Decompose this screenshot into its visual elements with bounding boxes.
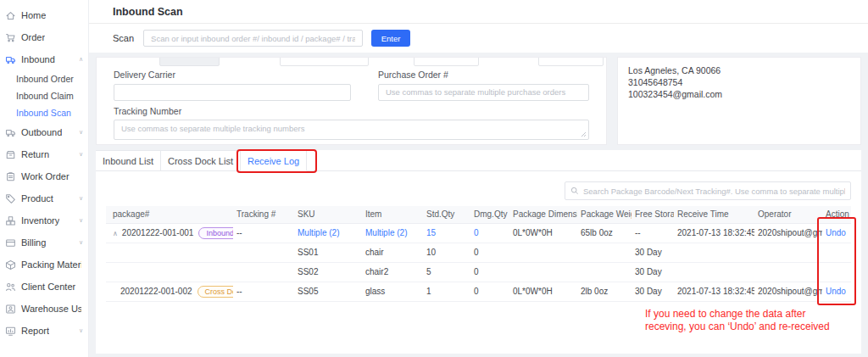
- truck-icon: [5, 54, 18, 65]
- tracking-number-label: Tracking Number: [114, 106, 589, 116]
- sidebar-item-inbound-order[interactable]: Inbound Order: [0, 70, 88, 87]
- sidebar-item-label: Billing: [21, 237, 46, 248]
- status-badge: Inbound: [198, 227, 233, 239]
- col-free-storage: Free Storage: [632, 206, 674, 223]
- sidebar-item-label: Inventory: [21, 215, 59, 226]
- item-cell: chair2: [362, 262, 423, 282]
- dimension-cell: 0L*0W*0H: [509, 282, 577, 301]
- package-number: 20201222-001-002: [120, 287, 192, 296]
- tracking-number-textarea[interactable]: [114, 120, 589, 140]
- truck-out-icon: [5, 127, 18, 138]
- purchase-order-input[interactable]: [378, 84, 589, 101]
- enter-button[interactable]: Enter: [371, 30, 410, 47]
- chevron-down-icon: ∨: [79, 129, 83, 136]
- col-dmg-qty: Dmg.Qty: [470, 206, 509, 223]
- undo-link[interactable]: Undo: [826, 287, 846, 296]
- sku-cell: SS01: [294, 243, 362, 262]
- table-row: ∧20201222-001-001Inbound -- Multiple (2)…: [106, 223, 851, 243]
- col-action: Action: [822, 206, 851, 223]
- sidebar-item-home[interactable]: Home: [0, 4, 88, 26]
- dmg-qty-cell: 0: [470, 282, 509, 301]
- sidebar-item-order[interactable]: Order: [0, 26, 88, 48]
- billing-card-icon: [5, 237, 18, 248]
- package-cube-icon: [5, 259, 18, 271]
- sidebar-item-inbound-scan[interactable]: Inbound Scan: [0, 104, 88, 121]
- std-qty-cell: 10: [423, 243, 470, 262]
- col-tracking: Tracking #: [233, 206, 294, 223]
- dmg-qty-cell: 0: [470, 262, 509, 282]
- std-qty-cell: 1: [423, 282, 470, 301]
- annotation-line: If you need to change the data after: [645, 308, 868, 321]
- status-badge: Cross Dock: [198, 286, 233, 298]
- partial-field[interactable]: [538, 57, 604, 66]
- delivery-carrier-label: Delivery Carrier: [114, 70, 351, 80]
- package-search: [565, 181, 851, 200]
- sidebar-item-inbound[interactable]: Inbound ∧: [0, 48, 88, 70]
- return-box-icon: [5, 149, 18, 160]
- sidebar-item-inbound-claim[interactable]: Inbound Claim: [0, 87, 88, 104]
- sidebar-item-return[interactable]: Return ∨: [0, 143, 88, 165]
- sidebar-item-outbound[interactable]: Outbound ∨: [0, 121, 88, 143]
- sidebar-item-label: Packing Material: [21, 259, 81, 270]
- sku-link[interactable]: Multiple (2): [298, 228, 339, 237]
- sidebar-item-label: Inbound Claim: [16, 91, 74, 101]
- sidebar-item-inventory[interactable]: Inventory ∨: [0, 209, 88, 231]
- chevron-down-icon: ∨: [79, 151, 83, 158]
- delivery-carrier-input[interactable]: [114, 84, 351, 101]
- sidebar-item-warehouse-users[interactable]: Warehouse Users: [0, 298, 88, 320]
- free-storage-cell: 30 Day: [632, 243, 674, 262]
- tracking-cell: --: [233, 223, 294, 243]
- package-search-input[interactable]: [583, 187, 845, 196]
- tab-inbound-list[interactable]: Inbound List: [96, 150, 161, 171]
- receive-time-cell: 2021-07-13 18:32:45: [674, 223, 754, 243]
- tab-cross-dock-list[interactable]: Cross Dock List: [161, 150, 241, 171]
- weight-cell: 2lb 0oz: [577, 282, 632, 301]
- partial-field[interactable]: [159, 57, 220, 66]
- sidebar-item-label: Warehouse Users: [21, 304, 81, 314]
- sku-cell: SS02: [294, 262, 362, 282]
- std-qty-link[interactable]: 15: [426, 228, 436, 237]
- tab-label: Receive Log: [248, 156, 299, 166]
- sidebar-item-label: Return: [21, 149, 49, 159]
- sidebar-item-work-order[interactable]: Work Order: [0, 165, 88, 187]
- sidebar-item-label: Work Order: [21, 171, 70, 181]
- receive-log-panel: Inbound List Cross Dock List Receive Log: [96, 150, 861, 354]
- sidebar-item-label: Inbound Scan: [16, 108, 71, 118]
- clients-icon: [5, 282, 18, 293]
- sidebar-item-label: Outbound: [21, 127, 62, 137]
- item-link[interactable]: Multiple (2): [365, 228, 407, 237]
- free-storage-cell: 30 Day: [632, 262, 674, 282]
- sidebar-item-packing-material[interactable]: Packing Material: [0, 254, 88, 276]
- col-package: package#: [106, 206, 233, 223]
- collapse-caret-icon[interactable]: ∧: [113, 230, 118, 237]
- tag-icon: [5, 193, 18, 204]
- dmg-qty-link[interactable]: 0: [474, 228, 479, 237]
- resize-handle-icon[interactable]: [581, 126, 587, 141]
- package-number: 20201222-001-001: [122, 228, 194, 237]
- customer-email: 100323454@gmail.com: [628, 88, 850, 100]
- operator-cell: 2020shipout@gmail...: [754, 223, 822, 243]
- sidebar-item-label: Home: [21, 10, 46, 20]
- sku-cell: SS05: [294, 282, 362, 301]
- partial-field[interactable]: [414, 57, 479, 66]
- clipboard-icon: [5, 171, 18, 182]
- dimension-cell: 0L*0W*0H: [509, 223, 577, 243]
- table-row: SS02 chair2 5 0 30 Day: [106, 262, 851, 282]
- tab-label: Cross Dock List: [168, 156, 233, 166]
- tab-receive-log[interactable]: Receive Log: [241, 150, 307, 171]
- scan-input[interactable]: [143, 30, 363, 47]
- sidebar-item-client-center[interactable]: Client Center: [0, 276, 88, 298]
- undo-link[interactable]: Undo: [826, 228, 846, 237]
- sidebar-item-product[interactable]: Product ∨: [0, 187, 88, 209]
- sidebar-item-report[interactable]: Report ∨: [0, 320, 88, 342]
- sidebar-item-billing[interactable]: Billing ∨: [0, 231, 88, 254]
- customer-address: Los Agneles, CA 90066: [628, 64, 850, 76]
- user-badge-icon: [5, 304, 18, 315]
- annotation-line: receving, you can ‘Undo’ and re-received: [645, 321, 868, 333]
- chevron-up-icon: ∧: [79, 56, 83, 63]
- partial-field[interactable]: [280, 57, 369, 66]
- boxes-icon: [5, 215, 18, 226]
- col-dimension: Package Dimension: [509, 206, 577, 223]
- chevron-down-icon: ∨: [79, 195, 83, 202]
- chevron-down-icon: ∨: [79, 239, 83, 246]
